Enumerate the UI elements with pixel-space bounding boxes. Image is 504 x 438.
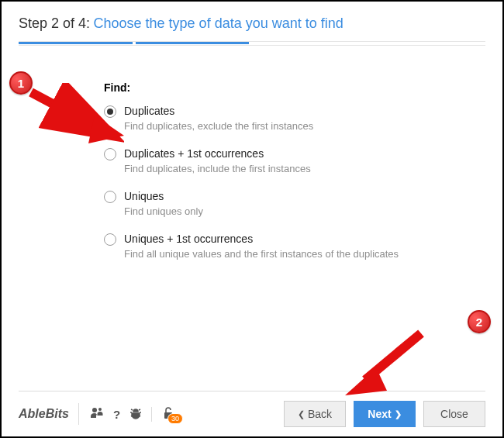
find-label: Find: [104,81,423,94]
option-uniques-1st[interactable]: Uniques + 1st occurrences Find all uniqu… [104,233,423,260]
close-button[interactable]: Close [423,401,485,427]
svg-marker-2 [88,116,124,143]
option-duplicates[interactable]: Duplicates Find duplicates, exclude the … [104,105,423,132]
wizard-header: Step 2 of 4: Choose the type of data you… [19,16,485,41]
brand-logo: AbleBits [19,403,79,425]
annotation-callout-1: 1 [9,71,33,95]
option-label[interactable]: Uniques + 1st occurrences [124,233,399,245]
annotation-arrow-2 [336,327,429,401]
svg-line-1 [31,92,101,129]
option-uniques[interactable]: Uniques Find uniques only [104,190,423,217]
next-label: Next [368,408,391,420]
step-indicator: Step 2 of 4: [19,16,90,31]
option-label[interactable]: Duplicates + 1st occurrences [124,147,311,160]
progress-step-3 [252,42,366,45]
annotation-arrow-1 [23,83,124,145]
feedback-icon[interactable] [90,407,104,422]
back-label: Back [308,408,332,420]
back-button[interactable]: ❮ Back [284,401,346,427]
progress-step-2 [136,42,250,45]
lock-badge: 30 [167,413,183,424]
radio-indicator[interactable] [104,148,116,160]
bug-icon[interactable] [129,407,142,422]
option-desc: Find duplicates, exclude the first insta… [124,120,313,132]
option-desc: Find uniques only [124,205,203,217]
progress-step-4 [369,42,483,45]
annotation-callout-2: 2 [468,310,491,333]
option-desc: Find duplicates, include the first insta… [124,163,311,174]
option-label[interactable]: Uniques [124,190,203,202]
progress-step-1 [19,42,133,45]
find-options-group: Duplicates Find duplicates, exclude the … [104,105,423,260]
next-button[interactable]: Next ❯ [354,401,416,427]
chevron-left-icon: ❮ [298,409,305,419]
chevron-right-icon: ❯ [395,409,402,419]
progress-bar [19,41,485,46]
option-desc: Find all unique values and the first ins… [124,248,399,260]
close-label: Close [440,408,468,420]
radio-indicator[interactable] [104,191,116,203]
radio-indicator[interactable] [104,233,116,246]
help-icon[interactable]: ? [113,408,120,421]
option-duplicates-1st[interactable]: Duplicates + 1st occurrences Find duplic… [104,147,423,174]
step-title: Choose the type of data you want to find [94,16,343,31]
option-label[interactable]: Duplicates [124,105,313,117]
